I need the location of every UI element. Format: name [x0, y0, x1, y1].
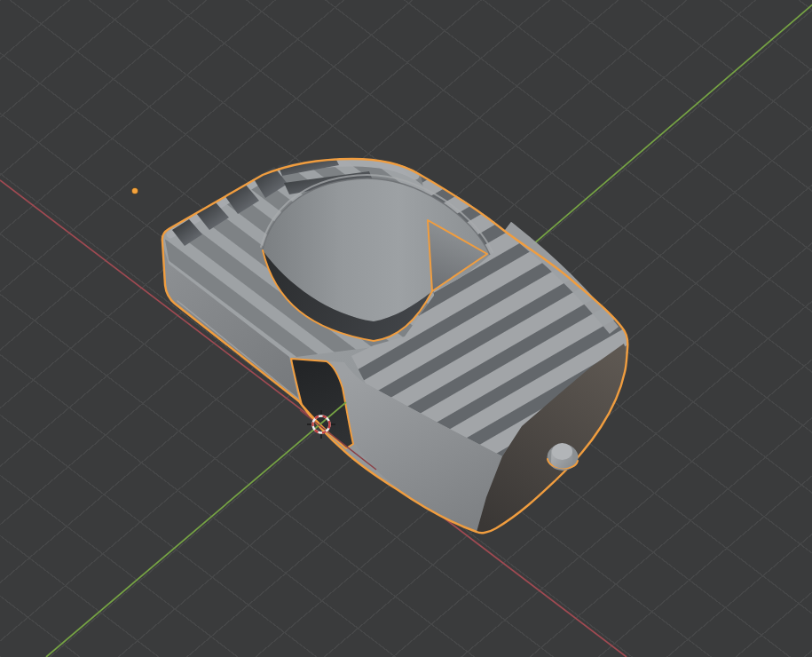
mesh-object[interactable] — [162, 158, 628, 533]
object-origin-dot — [131, 187, 138, 194]
3d-viewport[interactable] — [0, 0, 812, 657]
viewport-canvas[interactable] — [0, 0, 812, 657]
y-axis-line-far — [533, 3, 812, 244]
y-axis-line-near — [46, 402, 346, 657]
